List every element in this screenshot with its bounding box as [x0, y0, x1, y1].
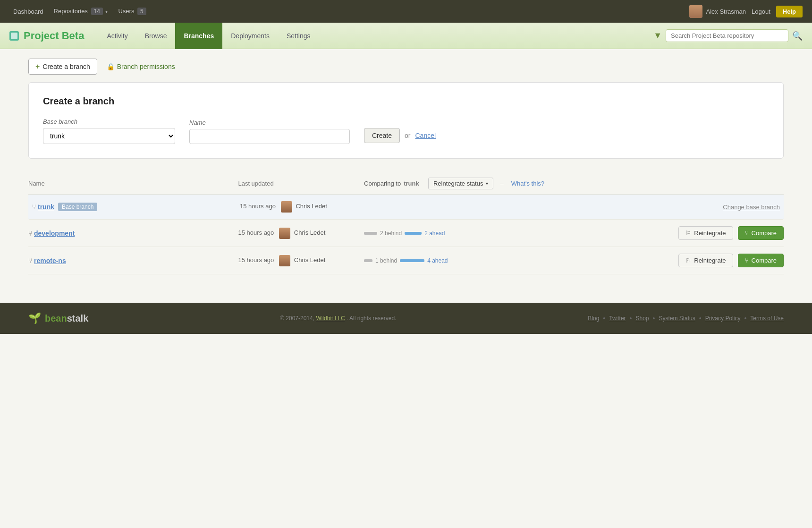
repositories-link[interactable]: Repositories 14 ▾ [50, 6, 112, 17]
trunk-user-avatar [281, 201, 292, 213]
dev-user-avatar [279, 228, 290, 239]
reintegrate-dropdown: Reintegrate status ▾ [428, 178, 494, 189]
behind-ahead-indicator: 1 behind 4 ahead [364, 257, 448, 264]
compare-icon: ⑂ [745, 230, 749, 237]
compare-label: Compare [752, 230, 777, 237]
filter-icon[interactable]: ▼ [653, 31, 662, 41]
system-status-link[interactable]: System Status [659, 315, 695, 322]
privacy-policy-link[interactable]: Privacy Policy [705, 315, 741, 322]
dev-user-name: Chris Ledet [294, 229, 325, 236]
behind-count: 2 behind [380, 230, 402, 237]
branch-name-cell: ⑂ trunk Base branch [32, 203, 240, 211]
behind-bar [364, 232, 377, 235]
cancel-link[interactable]: Cancel [415, 132, 436, 139]
create-branch-panel: Create a branch Base branch trunk Name C… [28, 82, 784, 159]
repo-title: Project Beta [9, 30, 84, 42]
tab-settings[interactable]: Settings [278, 23, 319, 49]
ahead-count: 2 ahead [424, 230, 445, 237]
search-icon[interactable]: 🔍 [792, 31, 803, 41]
reintegrate-button[interactable]: ⚐ Reintegrate [678, 254, 733, 267]
blog-link[interactable]: Blog [588, 315, 599, 322]
dropdown-caret-icon: ▾ [486, 181, 488, 186]
create-button[interactable]: Create [364, 128, 400, 143]
shop-link[interactable]: Shop [635, 315, 649, 322]
repositories-count: 14 [91, 8, 103, 15]
tab-browse[interactable]: Browse [136, 23, 176, 49]
branch-permissions-link[interactable]: 🔒 Branch permissions [107, 63, 175, 70]
branch-permissions-label: Branch permissions [117, 63, 175, 70]
plus-icon: + [35, 62, 40, 71]
dev-actions: ⚐ Reintegrate ⑂ Compare [574, 226, 784, 240]
remote-time: 15 hours ago [238, 256, 274, 264]
ahead-bar [400, 259, 424, 262]
table-row: ⑂ remote-ns 15 hours ago Chris Ledet 1 b… [28, 247, 784, 274]
users-label: Users [118, 8, 134, 15]
user-area: Alex Strasman [689, 5, 746, 18]
username: Alex Strasman [706, 8, 746, 15]
remote-comparing: 1 behind 4 ahead [364, 257, 574, 264]
repositories-dropdown-arrow[interactable]: ▾ [105, 9, 108, 14]
status-dropdown-button[interactable]: Reintegrate status ▾ [428, 178, 494, 189]
top-navigation: Dashboard Repositories 14 ▾ Users 5 Alex… [0, 0, 812, 23]
base-branch-label: Base branch [43, 118, 175, 125]
dev-time: 15 hours ago [238, 229, 274, 236]
comparing-branch: trunk [404, 180, 419, 187]
twitter-link[interactable]: Twitter [609, 315, 626, 322]
branches-table: Name Last updated Comparing to trunk Rei… [28, 173, 784, 274]
tab-branches[interactable]: Branches [175, 23, 222, 49]
main-content: + Create a branch 🔒 Branch permissions C… [0, 49, 812, 284]
help-button[interactable]: Help [776, 6, 803, 17]
table-header: Name Last updated Comparing to trunk Rei… [28, 173, 784, 195]
repo-name[interactable]: Project Beta [24, 30, 84, 42]
dashboard-link[interactable]: Dashboard [9, 6, 47, 17]
reintegrate-button[interactable]: ⚐ Reintegrate [678, 226, 733, 240]
trunk-user-name: Chris Ledet [296, 203, 327, 210]
development-branch-link[interactable]: development [34, 230, 75, 237]
name-group: Name [189, 119, 350, 144]
change-base-branch-link[interactable]: Change base branch [723, 204, 780, 211]
comparing-to-label: Comparing to [364, 180, 401, 187]
trunk-branch-link[interactable]: trunk [38, 203, 54, 211]
repo-nav-right: ▼ 🔍 [653, 29, 803, 42]
reintegrate-icon: ⚐ [685, 257, 691, 264]
tab-activity[interactable]: Activity [98, 23, 136, 49]
remote-user-name: Chris Ledet [294, 256, 325, 264]
dev-updated: 15 hours ago Chris Ledet [238, 228, 364, 239]
repo-tabs: Activity Browse Branches Deployments Set… [98, 23, 319, 49]
repo-navigation: Project Beta Activity Browse Branches De… [0, 23, 812, 49]
avatar [689, 5, 702, 18]
remote-user-avatar [279, 255, 290, 266]
or-text: or [405, 132, 410, 139]
whats-this-link[interactable]: What's this? [511, 180, 544, 187]
remote-ns-branch-link[interactable]: remote-ns [34, 257, 66, 264]
branch-icon: ⑂ [32, 203, 36, 211]
repo-icon [9, 31, 19, 41]
reintegrate-label: Reintegrate [694, 257, 726, 264]
remote-actions: ⚐ Reintegrate ⑂ Compare [574, 254, 784, 267]
form-actions: Create or Cancel [364, 128, 436, 144]
table-row: ⑂ development 15 hours ago Chris Ledet 2… [28, 220, 784, 247]
dev-comparing: 2 behind 2 ahead [364, 230, 574, 237]
users-link[interactable]: Users 5 [114, 6, 150, 17]
create-branch-label: Create a branch [42, 63, 90, 70]
search-input[interactable] [666, 29, 788, 42]
tab-deployments[interactable]: Deployments [222, 23, 278, 49]
trunk-time: 15 hours ago [240, 203, 276, 210]
ahead-bar [405, 232, 422, 235]
logout-link[interactable]: Logout [752, 8, 770, 15]
branch-name-input[interactable] [189, 129, 350, 144]
footer: 🌱 beanstalk © 2007-2014, Wildbit LLC . A… [0, 303, 812, 334]
users-count: 5 [137, 8, 146, 15]
branch-icon: ⑂ [28, 257, 32, 264]
behind-bar [364, 259, 372, 262]
compare-button[interactable]: ⑂ Compare [738, 254, 784, 267]
company-link[interactable]: Wildbit LLC [316, 315, 345, 322]
header-updated: Last updated [238, 180, 364, 187]
terms-of-use-link[interactable]: Terms of Use [750, 315, 784, 322]
copyright-text: © 2007-2014, [280, 315, 314, 322]
compare-button[interactable]: ⑂ Compare [738, 226, 784, 240]
create-branch-button[interactable]: + Create a branch [28, 59, 97, 75]
svg-rect-0 [11, 33, 17, 39]
base-branch-select[interactable]: trunk [43, 128, 175, 144]
table-row: ⑂ trunk Base branch 15 hours ago Chris L… [28, 195, 784, 220]
